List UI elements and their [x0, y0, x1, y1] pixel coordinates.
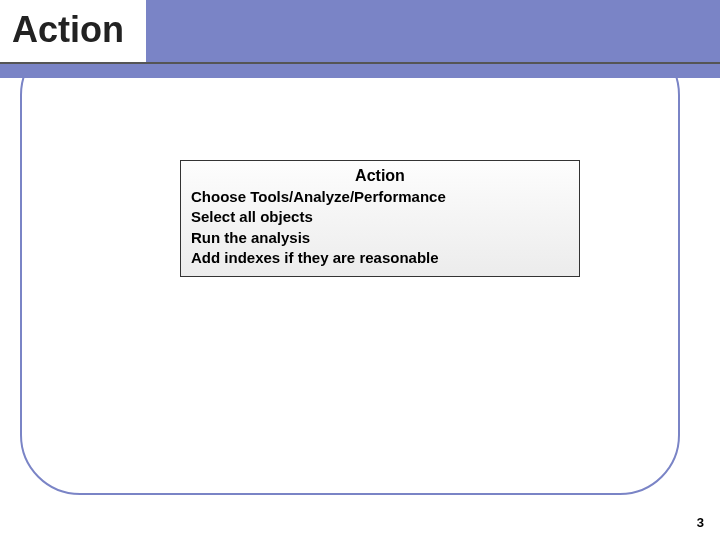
- card-heading: Action: [191, 167, 569, 185]
- slide-title: Action: [12, 9, 124, 51]
- page-number: 3: [697, 515, 704, 530]
- card-line: Run the analysis: [191, 228, 569, 248]
- header-divider: [0, 62, 720, 64]
- card-line: Choose Tools/Analyze/Performance: [191, 187, 569, 207]
- card-line: Select all objects: [191, 207, 569, 227]
- slide: Action Action Choose Tools/Analyze/Perfo…: [0, 0, 720, 540]
- card-line: Add indexes if they are reasonable: [191, 248, 569, 268]
- action-card: Action Choose Tools/Analyze/Performance …: [180, 160, 580, 277]
- title-box: Action: [0, 0, 146, 62]
